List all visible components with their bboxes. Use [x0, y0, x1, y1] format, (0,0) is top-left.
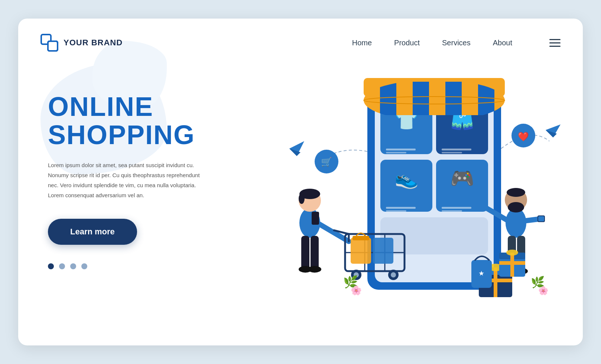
svg-point-65	[391, 272, 396, 277]
svg-rect-15	[442, 149, 471, 150]
svg-rect-25	[380, 217, 488, 254]
hero-description: Lorem ipsum dolor sit amet, sea putant s…	[48, 160, 204, 200]
svg-rect-60	[353, 236, 369, 240]
dot-2[interactable]	[59, 263, 65, 269]
svg-rect-90	[499, 261, 525, 265]
learn-more-button[interactable]: Learn more	[48, 219, 137, 245]
page-card: YOUR BRAND Home Product Services About O…	[18, 19, 583, 345]
svg-text:★: ★	[478, 270, 484, 277]
svg-rect-12	[386, 152, 406, 153]
nav-product[interactable]: Product	[394, 39, 420, 47]
svg-line-73	[523, 219, 538, 221]
hamburger-line-1	[549, 39, 561, 40]
dot-4[interactable]	[81, 263, 87, 269]
svg-point-70	[508, 202, 524, 212]
svg-text:🎮: 🎮	[450, 167, 474, 190]
nav-about[interactable]: About	[493, 39, 512, 47]
svg-rect-59	[351, 238, 371, 264]
svg-text:❤️: ❤️	[518, 131, 529, 142]
svg-rect-20	[386, 210, 406, 212]
main-content: ONLINE SHOPPING Lorem ipsum dolor sit am…	[18, 56, 583, 345]
svg-rect-1	[48, 41, 58, 51]
svg-rect-32	[413, 82, 429, 115]
svg-text:🌸: 🌸	[538, 286, 549, 296]
svg-rect-16	[442, 152, 462, 153]
svg-rect-24	[442, 210, 462, 212]
brand-icon	[40, 34, 58, 52]
right-panel: 👕 🩳 👟 🎮	[226, 71, 561, 345]
dot-1[interactable]	[48, 263, 54, 269]
svg-rect-35	[462, 82, 478, 115]
nav-services[interactable]: Services	[442, 39, 471, 47]
dot-3[interactable]	[70, 263, 76, 269]
svg-text:👟: 👟	[394, 167, 419, 190]
svg-rect-19	[386, 207, 416, 209]
svg-point-52	[308, 266, 321, 273]
hamburger-line-3	[549, 46, 561, 47]
svg-rect-31	[396, 82, 413, 115]
svg-text:🌸: 🌸	[351, 285, 362, 296]
svg-rect-75	[538, 216, 544, 221]
svg-rect-49	[301, 236, 309, 269]
svg-rect-11	[386, 149, 416, 150]
illustration: 👕 🩳 👟 🎮	[241, 67, 575, 345]
svg-point-46	[299, 194, 305, 204]
brand-name: YOUR BRAND	[64, 38, 123, 48]
brand: YOUR BRAND	[40, 34, 123, 52]
svg-rect-61	[373, 238, 393, 264]
svg-point-91	[506, 250, 518, 256]
svg-rect-33	[429, 82, 445, 115]
svg-rect-23	[442, 207, 471, 209]
svg-rect-34	[445, 82, 462, 115]
nav-home[interactable]: Home	[352, 39, 372, 47]
pagination-dots	[48, 263, 226, 269]
svg-rect-50	[311, 236, 319, 269]
svg-text:🛒: 🛒	[321, 156, 332, 167]
hamburger-line-2	[549, 42, 561, 43]
hamburger-menu[interactable]	[549, 39, 561, 47]
svg-rect-30	[380, 82, 396, 115]
svg-point-71	[507, 188, 525, 197]
svg-rect-48	[312, 212, 319, 225]
hero-title: ONLINE SHOPPING	[48, 93, 226, 149]
left-panel: ONLINE SHOPPING Lorem ipsum dolor sit am…	[48, 71, 226, 269]
navbar: YOUR BRAND Home Product Services About	[18, 19, 583, 56]
nav-links: Home Product Services About	[352, 39, 561, 47]
